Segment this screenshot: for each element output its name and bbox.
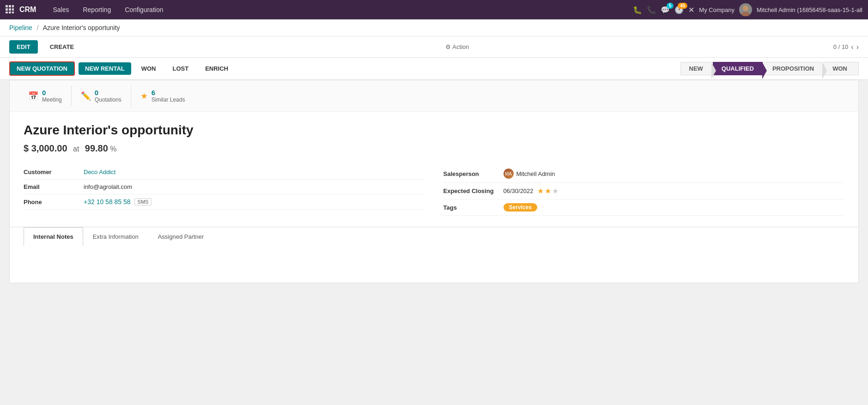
phone-value[interactable]: +32 10 58 85 58 <box>84 198 131 206</box>
won-button[interactable]: WON <box>135 62 163 75</box>
avatar[interactable] <box>739 3 752 16</box>
tag-services[interactable]: Services <box>504 203 537 212</box>
salesperson-value: Mitchell Admin <box>516 170 555 177</box>
svg-point-9 <box>743 6 748 11</box>
expected-closing-field: Expected Closing 06/30/2022 ★ ★ ★ <box>443 183 845 199</box>
new-quotation-button[interactable]: NEW QUOTATION <box>9 61 75 76</box>
svg-rect-6 <box>6 12 8 13</box>
status-proposition[interactable]: PROPOSITION <box>764 62 823 75</box>
fields-right: Salesperson MA Mitchell Admin Expected C… <box>443 165 845 216</box>
star-2[interactable]: ★ <box>545 187 551 195</box>
customer-value[interactable]: Deco Addict <box>84 169 115 175</box>
svg-point-10 <box>741 12 750 16</box>
fields-grid: Customer Deco Addict Email info@agrolait… <box>24 165 844 216</box>
new-rental-button[interactable]: NEW RENTAL <box>79 62 131 75</box>
tabs-bar: Internal Notes Extra Information Assigne… <box>10 227 858 246</box>
similar-leads-smart-button[interactable]: ★ 6 Similar Leads <box>131 86 194 106</box>
salesperson-label: Salesperson <box>443 170 504 177</box>
pagination-prev[interactable]: ‹ <box>851 43 853 51</box>
email-field: Email info@agrolait.com <box>24 180 425 194</box>
quotations-count: 0 <box>95 89 121 97</box>
salesperson-avatar: MA <box>504 169 514 179</box>
expected-closing-label: Expected Closing <box>443 187 504 194</box>
pagination: 0 / 10 ‹ › <box>833 43 859 51</box>
top-menu: Sales Reporting Configuration <box>46 2 631 17</box>
company-name[interactable]: My Company <box>699 6 734 13</box>
star-3[interactable]: ★ <box>552 187 558 195</box>
svg-rect-3 <box>6 8 8 11</box>
svg-rect-0 <box>6 5 8 7</box>
phone-label: Phone <box>24 199 84 206</box>
similar-leads-icon: ★ <box>140 91 148 101</box>
chat-icon[interactable]: 💬 5 <box>661 6 670 14</box>
phone-icon[interactable]: 📞 <box>647 6 656 14</box>
tab-assigned-partner[interactable]: Assigned Partner <box>148 227 214 246</box>
expected-closing-value: 06/30/2022 <box>504 187 534 194</box>
bug-icon[interactable]: 🐛 <box>633 6 642 14</box>
tags-field: Tags Services <box>443 199 845 216</box>
grid-icon[interactable] <box>6 5 14 15</box>
create-button[interactable]: CREATE <box>42 40 81 54</box>
main-content: 📅 0 Meeting ✏️ 0 Quotations ★ 6 Similar … <box>0 80 868 292</box>
status-qualified[interactable]: QUALIFIED <box>713 62 763 75</box>
similar-leads-count: 6 <box>152 89 185 97</box>
quotations-smart-button[interactable]: ✏️ 0 Quotations <box>72 86 131 106</box>
clock-icon[interactable]: 🕐 45 <box>674 6 684 14</box>
pagination-next[interactable]: › <box>856 43 859 51</box>
record-card: 📅 0 Meeting ✏️ 0 Quotations ★ 6 Similar … <box>9 80 859 283</box>
fields-left: Customer Deco Addict Email info@agrolait… <box>24 165 425 216</box>
status-bar: NEW QUALIFIED PROPOSITION WON <box>680 62 859 75</box>
svg-rect-1 <box>9 5 11 7</box>
username[interactable]: Mitchell Admin (16856458-saas-15-1-all <box>757 6 862 13</box>
edit-button[interactable]: EDIT <box>9 40 38 54</box>
similar-leads-label: Similar Leads <box>152 97 185 103</box>
breadcrumb-parent[interactable]: Pipeline <box>9 24 32 31</box>
meeting-label: Meeting <box>42 97 62 103</box>
amount-value: $ 3,000.00 <box>24 143 67 153</box>
tab-internal-notes[interactable]: Internal Notes <box>24 227 83 246</box>
breadcrumb-separator: / <box>37 24 39 31</box>
lost-button[interactable]: LOST <box>166 62 195 75</box>
enrich-button[interactable]: ENRICH <box>199 62 235 75</box>
record-amount: $ 3,000.00 at 99.80 % <box>24 143 844 154</box>
record-title: Azure Interior's opportunity <box>24 123 844 138</box>
action-bar: EDIT CREATE ⚙ Action 0 / 10 ‹ › <box>0 36 868 58</box>
breadcrumb-current: Azure Interior's opportunity <box>43 24 120 31</box>
top-navigation: CRM Sales Reporting Configuration 🐛 📞 💬 … <box>0 0 868 19</box>
tab-content <box>10 246 858 283</box>
svg-rect-7 <box>9 12 11 13</box>
percent-value: 99.80 <box>85 143 108 153</box>
status-won[interactable]: WON <box>824 62 859 75</box>
pct-sign: % <box>110 145 116 153</box>
menu-sales[interactable]: Sales <box>46 2 75 17</box>
clock-badge: 45 <box>678 3 687 9</box>
customer-field: Customer Deco Addict <box>24 165 425 180</box>
menu-reporting[interactable]: Reporting <box>76 2 117 17</box>
status-new[interactable]: NEW <box>680 62 712 75</box>
breadcrumb: Pipeline / Azure Interior's opportunity <box>0 19 868 36</box>
meeting-smart-button[interactable]: 📅 0 Meeting <box>19 86 72 106</box>
settings-icon[interactable]: ✕ <box>688 6 694 14</box>
svg-rect-5 <box>12 8 14 11</box>
meeting-count: 0 <box>42 89 62 97</box>
pagination-count: 0 / 10 <box>833 43 849 50</box>
quotations-icon: ✏️ <box>81 91 91 101</box>
email-value: info@agrolait.com <box>84 183 132 190</box>
phone-field: Phone +32 10 58 85 58 SMS <box>24 194 425 210</box>
tab-extra-information[interactable]: Extra Information <box>83 227 148 246</box>
calendar-icon: 📅 <box>28 91 38 101</box>
salesperson-field: Salesperson MA Mitchell Admin <box>443 165 845 183</box>
email-label: Email <box>24 183 84 190</box>
quotations-label: Quotations <box>95 97 121 103</box>
menu-configuration[interactable]: Configuration <box>118 2 170 17</box>
sms-button[interactable]: SMS <box>134 198 152 206</box>
record-body: Azure Interior's opportunity $ 3,000.00 … <box>10 112 858 227</box>
at-text: at <box>73 145 79 153</box>
star-1[interactable]: ★ <box>537 187 544 195</box>
tags-label: Tags <box>443 204 504 211</box>
app-brand[interactable]: CRM <box>19 6 36 14</box>
action-menu[interactable]: ⚙ Action <box>445 43 469 50</box>
svg-rect-4 <box>9 8 11 11</box>
priority-stars[interactable]: ★ ★ ★ <box>537 187 558 195</box>
chat-badge: 5 <box>667 3 674 9</box>
